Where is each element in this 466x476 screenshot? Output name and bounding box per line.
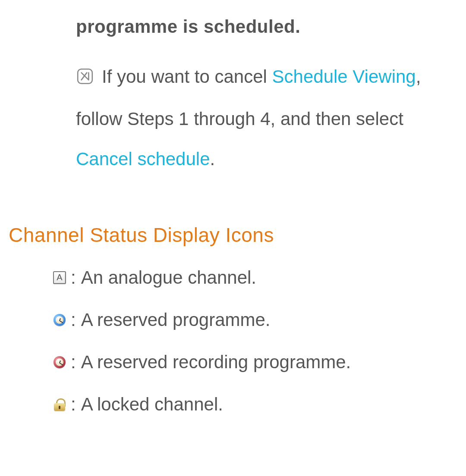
note-text: If you want to cancel Schedule Viewing, … bbox=[76, 66, 421, 169]
manual-page: programme is scheduled. If you want to c… bbox=[0, 0, 466, 476]
note-post: . bbox=[210, 149, 215, 169]
icon-row-analogue: A : An analogue channel. bbox=[52, 267, 440, 288]
lock-icon bbox=[52, 398, 67, 410]
note-icon bbox=[76, 60, 94, 99]
colon: : bbox=[71, 267, 76, 288]
analogue-badge-letter: A bbox=[53, 271, 66, 284]
top-fragment-text: programme is scheduled. bbox=[76, 16, 300, 37]
recording-clock-icon bbox=[52, 356, 67, 368]
locked-desc: A locked channel. bbox=[81, 394, 223, 415]
icon-row-locked: : A locked channel. bbox=[52, 394, 440, 415]
colon: : bbox=[71, 352, 76, 373]
analogue-icon: A bbox=[52, 271, 67, 284]
note-pre: If you want to cancel bbox=[102, 66, 272, 87]
analogue-desc: An analogue channel. bbox=[81, 267, 256, 288]
note-block: If you want to cancel Schedule Viewing, … bbox=[76, 57, 456, 179]
reserved-clock-icon bbox=[52, 314, 67, 326]
icons-list: A : An analogue channel. : A reserved pr… bbox=[52, 267, 440, 436]
icon-row-recording: : A reserved recording programme. bbox=[52, 352, 440, 373]
link-cancel-schedule: Cancel schedule bbox=[76, 149, 210, 169]
colon: : bbox=[71, 394, 76, 415]
link-schedule-viewing: Schedule Viewing bbox=[272, 66, 416, 87]
recording-desc: A reserved recording programme. bbox=[81, 352, 351, 373]
section-heading: Channel Status Display Icons bbox=[9, 223, 274, 247]
reserved-desc: A reserved programme. bbox=[81, 310, 271, 330]
colon: : bbox=[71, 310, 76, 330]
icon-row-reserved: : A reserved programme. bbox=[52, 310, 440, 330]
